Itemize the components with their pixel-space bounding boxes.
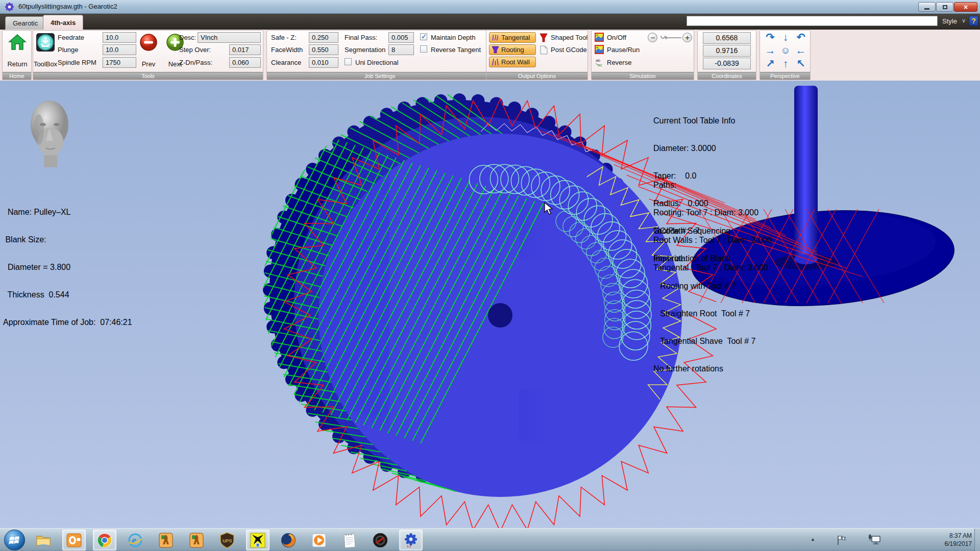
group-tools: ToolBox Feedrate Plunge Spindle RPM 10.0… [33, 30, 263, 80]
reset-view-icon[interactable]: ☺ [778, 44, 793, 57]
taskbar-firefox[interactable] [277, 530, 300, 550]
z-dn-pass-field[interactable]: 0.060 [229, 57, 261, 68]
rotate-ccw-icon[interactable]: ↶ [793, 31, 808, 44]
taskbar-internet-explorer[interactable]: e [124, 530, 147, 550]
pan-right-icon[interactable]: → [763, 44, 778, 57]
sim-speed-minus-button[interactable]: − [648, 33, 657, 42]
window-title: 60tpullyslittingsaw.gth - Gearotic2 [18, 3, 117, 10]
tab-gearotic[interactable]: Gearotic [5, 16, 45, 30]
ups-icon: UPS [219, 532, 235, 548]
taskbar-camera-app[interactable] [369, 530, 392, 550]
home-icon [8, 33, 27, 52]
outlook-icon [66, 532, 82, 548]
sim-pause-run-button[interactable]: Pause/Run [595, 45, 640, 54]
network-icon[interactable] [868, 534, 881, 546]
tangental-toggle[interactable]: Tangental [489, 32, 536, 43]
root-wall-toggle[interactable]: Root Wall [489, 57, 536, 67]
group-label-tools: Tools [33, 72, 263, 80]
svg-text:e: e [132, 535, 136, 546]
pan-up-icon[interactable]: ↑ [778, 57, 793, 70]
plunge-field[interactable]: 10.0 [103, 44, 136, 55]
show-desktop-button[interactable] [974, 529, 980, 551]
action-center-flag-icon[interactable] [836, 535, 847, 546]
show-hidden-icons-button[interactable]: ▲ [811, 537, 815, 542]
z-dn-pass-label: Z-Dn/Pass: [179, 59, 212, 66]
chevron-down-icon[interactable]: ∨ [962, 17, 966, 24]
restore-icon [943, 5, 947, 9]
coordinate-x-field[interactable]: 0.6568 [703, 32, 751, 44]
maintain-depth-checkbox[interactable] [420, 33, 427, 40]
post-gcode-button[interactable] [538, 45, 549, 55]
rotate-cw-icon[interactable]: ↷ [763, 31, 778, 44]
taskbar-outlook[interactable] [62, 530, 86, 550]
group-label-coordinates: Coordinates [698, 72, 756, 80]
uni-directional-label: Uni Directional [355, 59, 399, 66]
uni-directional-checkbox[interactable] [345, 58, 352, 65]
feedrate-field[interactable]: 10.0 [103, 32, 136, 43]
desc-field[interactable]: VInch [198, 32, 261, 43]
clearance-field[interactable]: 0.010 [309, 57, 338, 68]
tab-strip: Gearotic 4th-axis Style ∨ ? [0, 14, 980, 30]
clearance-label: Clearance [271, 59, 301, 66]
notepad-icon [342, 532, 357, 548]
sim-reverse-button[interactable]: ab ac Reverse [595, 58, 631, 67]
help-button[interactable]: ? [969, 16, 978, 26]
media-player-icon [311, 532, 327, 548]
root-wall-icon [492, 58, 499, 66]
spindle-rpm-field[interactable]: 1750 [103, 57, 136, 68]
group-label-output-options: Output Options [486, 72, 587, 80]
spindle-rpm-label: Spindle RPM [58, 59, 96, 66]
sim-onoff-button[interactable]: On/Off [595, 33, 626, 42]
shaped-tool-button[interactable] [538, 33, 549, 43]
svg-text:UPS: UPS [223, 538, 232, 543]
firefox-icon [280, 532, 297, 548]
pan-left-icon[interactable]: ← [793, 44, 808, 57]
taskbar-ups[interactable]: UPS [215, 530, 239, 550]
taskbar-cad-app[interactable] [246, 530, 270, 550]
tab-4th-axis[interactable]: 4th-axis [43, 15, 83, 30]
prev-tool-button[interactable] [138, 32, 159, 53]
reverse-tangent-checkbox[interactable] [420, 45, 427, 53]
final-pass-field[interactable]: 0.005 [388, 32, 414, 43]
coordinate-y-field[interactable]: 0.9716 [703, 45, 751, 57]
sim-speed-plus-button[interactable]: + [682, 33, 692, 42]
sim-speed-slider[interactable] [659, 34, 682, 41]
taskbar-media-player[interactable] [307, 530, 331, 550]
start-button[interactable] [4, 530, 25, 550]
title-bar[interactable]: 60tpullyslittingsaw.gth - Gearotic2 × [0, 0, 980, 14]
group-coordinates: 0.6568 0.9716 -0.0839 Coordinates [697, 30, 756, 80]
prev-label: Prev [138, 60, 159, 68]
taskbar-gearotic[interactable]: 9.3 [399, 530, 423, 550]
step-over-field[interactable]: 0.017 [229, 44, 261, 55]
tilt-left-icon[interactable]: ↖ [793, 57, 808, 70]
minimize-button[interactable] [918, 2, 936, 12]
taskbar-chrome[interactable] [93, 530, 116, 550]
close-button[interactable]: × [954, 2, 977, 12]
segmentation-field[interactable]: 8 [388, 44, 414, 55]
close-icon: × [964, 3, 968, 11]
taskbar-orange-app-2[interactable] [185, 530, 208, 550]
toolbox-icon [36, 33, 55, 52]
safe-z-field[interactable]: 0.250 [309, 32, 338, 43]
taskbar-notepad[interactable] [338, 530, 361, 550]
3d-viewport[interactable]: Name: Pulley–XL Blank Size: Diameter = 3… [0, 81, 980, 528]
app-icon [5, 3, 14, 11]
restore-button[interactable] [936, 2, 953, 12]
system-clock[interactable]: 8:37 AM 6/19/2017 [945, 532, 972, 548]
rooting-toggle[interactable]: Rooting [489, 44, 536, 55]
tilt-right-icon[interactable]: ↗ [763, 57, 778, 70]
taskbar-orange-app-1[interactable] [154, 530, 178, 550]
windows-flag-icon [9, 534, 21, 546]
coordinate-z-field[interactable]: -0.0839 [703, 58, 751, 69]
clock-time: 8:37 AM [945, 532, 972, 540]
group-label-simulation: Simulation [592, 72, 694, 80]
pan-down-icon[interactable]: ↓ [778, 31, 793, 44]
reverse-tangent-label: Reverse Tangent [431, 46, 481, 54]
return-button[interactable] [7, 32, 28, 53]
taskbar-windows-explorer[interactable] [32, 530, 55, 550]
sim-pause-run-label: Pause/Run [607, 46, 640, 54]
svg-text:9.3: 9.3 [407, 545, 411, 548]
style-input[interactable] [687, 16, 938, 26]
toolbox-button[interactable] [35, 32, 56, 53]
facewidth-field[interactable]: 0.550 [309, 44, 338, 55]
